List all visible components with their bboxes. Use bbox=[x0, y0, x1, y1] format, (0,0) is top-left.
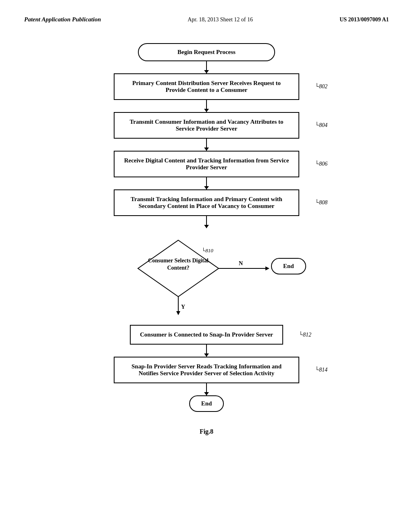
text-804: Transmit Consumer Information and Vacanc… bbox=[129, 118, 283, 132]
start-shape: Begin Request Process bbox=[138, 43, 275, 61]
svg-text:N: N bbox=[239, 260, 243, 266]
arrow-7 bbox=[206, 345, 207, 357]
date-sheet-label: Apr. 18, 2013 Sheet 12 of 16 bbox=[188, 17, 253, 23]
start-node: Begin Request Process bbox=[138, 43, 275, 61]
arrow-5 bbox=[206, 216, 207, 228]
node-806: Receive Digital Content and Tracking Inf… bbox=[114, 151, 299, 177]
label-808: └808 bbox=[315, 200, 327, 206]
page: Patent Application Publication Apr. 18, … bbox=[0, 0, 413, 532]
arrow-4 bbox=[206, 177, 207, 189]
node-804: Transmit Consumer Information and Vacanc… bbox=[114, 112, 299, 139]
label-812: └812 bbox=[299, 332, 311, 338]
node-802: Primary Content Distribution Server Rece… bbox=[114, 73, 299, 100]
publication-label: Patent Application Publication bbox=[24, 16, 101, 23]
arrow-1 bbox=[206, 61, 207, 73]
text-802: Primary Content Distribution Server Rece… bbox=[132, 80, 281, 93]
text-806: Receive Digital Content and Tracking Inf… bbox=[124, 157, 289, 170]
svg-text:└810: └810 bbox=[202, 247, 213, 254]
text-812: Consumer is Connected to Snap-In Provide… bbox=[140, 331, 273, 338]
box-808: Transmit Tracking Information and Primar… bbox=[114, 189, 299, 216]
label-802: └802 bbox=[315, 83, 327, 90]
text-808: Transmit Tracking Information and Primar… bbox=[131, 196, 282, 209]
box-814: Snap-In Provider Server Reads Tracking I… bbox=[114, 357, 299, 383]
flowchart: Begin Request Process Primary Content Di… bbox=[24, 43, 389, 435]
svg-marker-5 bbox=[176, 311, 180, 315]
label-804: └804 bbox=[315, 122, 327, 129]
decision-section: N Y └810 Consumer Selects Digital Conten… bbox=[65, 228, 348, 325]
end-n-node: End bbox=[271, 258, 306, 274]
node-814: Snap-In Provider Server Reads Tracking I… bbox=[114, 357, 299, 383]
decision-svg: N Y └810 bbox=[65, 228, 348, 325]
figure-label: Fig.8 bbox=[200, 428, 213, 435]
label-814: └814 bbox=[315, 367, 327, 373]
start-label: Begin Request Process bbox=[177, 49, 236, 55]
end-label: End bbox=[201, 400, 212, 407]
end-n-shape: End bbox=[271, 258, 306, 274]
box-806: Receive Digital Content and Tracking Inf… bbox=[114, 151, 299, 177]
text-814: Snap-In Provider Server Reads Tracking I… bbox=[131, 363, 282, 376]
page-header: Patent Application Publication Apr. 18, … bbox=[24, 16, 389, 23]
arrow-8 bbox=[206, 383, 207, 395]
diamond-text-810: Consumer Selects Digital Content? bbox=[138, 257, 219, 272]
label-806: └806 bbox=[315, 161, 327, 167]
svg-text:Y: Y bbox=[181, 304, 185, 310]
box-804: Transmit Consumer Information and Vacanc… bbox=[114, 112, 299, 139]
arrow-3 bbox=[206, 139, 207, 151]
end-node: End bbox=[189, 395, 224, 412]
node-812: Consumer is Connected to Snap-In Provide… bbox=[130, 325, 283, 345]
box-802: Primary Content Distribution Server Rece… bbox=[114, 73, 299, 100]
arrow-2 bbox=[206, 100, 207, 112]
patent-number-label: US 2013/0097009 A1 bbox=[340, 17, 389, 23]
end-shape: End bbox=[189, 395, 224, 412]
box-812: Consumer is Connected to Snap-In Provide… bbox=[130, 325, 283, 345]
node-808: Transmit Tracking Information and Primar… bbox=[114, 189, 299, 216]
svg-marker-2 bbox=[265, 266, 269, 270]
